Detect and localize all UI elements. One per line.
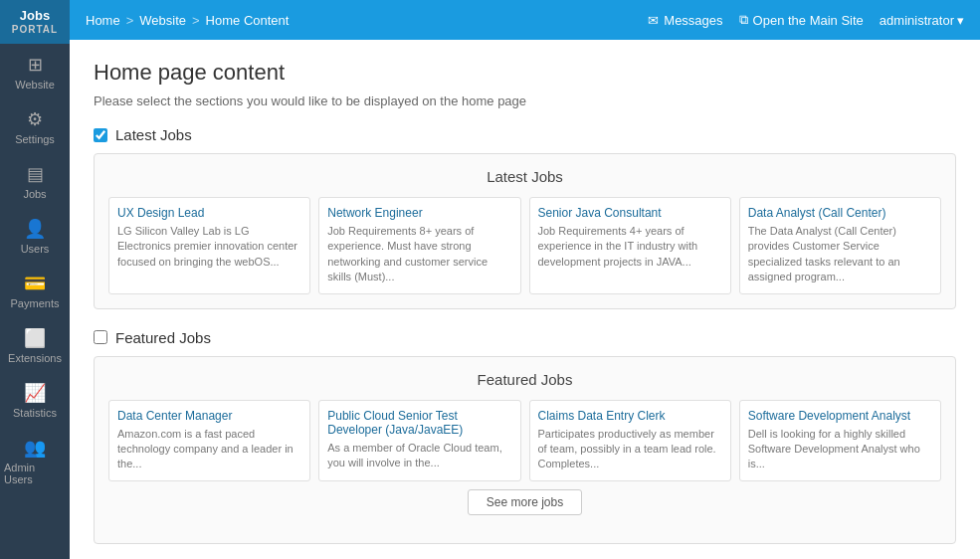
open-site-icon: ⧉ bbox=[739, 12, 748, 28]
messages-label: Messages bbox=[664, 13, 722, 28]
sidebar: Jobs PORTAL ⊞ Website ⚙ Settings ▤ Jobs … bbox=[0, 0, 70, 559]
open-site-link[interactable]: ⧉ Open the Main Site bbox=[739, 12, 864, 28]
messages-link[interactable]: ✉ Messages bbox=[648, 13, 722, 28]
payments-icon: 💳 bbox=[24, 273, 46, 294]
featured-jobs-checkbox[interactable] bbox=[94, 330, 107, 344]
admin-label: administrator bbox=[880, 13, 954, 28]
featured-job-title-4: Software Development Analyst bbox=[748, 409, 932, 423]
breadcrumb-website[interactable]: Website bbox=[139, 13, 186, 28]
sidebar-item-jobs[interactable]: ▤ Jobs bbox=[0, 153, 70, 208]
sidebar-item-admin-users[interactable]: 👥 Admin Users bbox=[0, 427, 70, 493]
chevron-down-icon: ▾ bbox=[957, 13, 964, 28]
featured-jobs-cards: Data Center Manager Amazon.com is a fast… bbox=[108, 400, 941, 481]
sidebar-item-website[interactable]: ⊞ Website bbox=[0, 44, 70, 98]
featured-jobs-label: Featured Jobs bbox=[115, 329, 211, 346]
featured-job-card-4: Software Development Analyst Dell is loo… bbox=[739, 400, 941, 481]
breadcrumb-sep2: > bbox=[192, 13, 200, 28]
job-card-2: Network Engineer Job Requirements 8+ yea… bbox=[318, 197, 520, 294]
featured-jobs-preview-title: Featured Jobs bbox=[108, 371, 941, 388]
sidebar-logo: Jobs PORTAL bbox=[0, 0, 70, 44]
sidebar-label-statistics: Statistics bbox=[13, 407, 57, 419]
latest-jobs-header: Latest Jobs bbox=[94, 126, 956, 143]
latest-jobs-preview-title: Latest Jobs bbox=[108, 168, 941, 185]
latest-jobs-cards: UX Design Lead LG Silicon Valley Lab is … bbox=[108, 197, 941, 294]
featured-job-title-3: Claims Data Entry Clerk bbox=[538, 409, 722, 423]
logo-jobs: Jobs bbox=[4, 8, 66, 24]
jobs-icon: ▤ bbox=[27, 163, 44, 185]
messages-icon: ✉ bbox=[648, 13, 659, 28]
featured-job-title-2: Public Cloud Senior Test Developer (Java… bbox=[327, 409, 511, 437]
featured-job-card-2: Public Cloud Senior Test Developer (Java… bbox=[318, 400, 520, 481]
settings-icon: ⚙ bbox=[27, 108, 43, 130]
sidebar-item-statistics[interactable]: 📈 Statistics bbox=[0, 372, 70, 427]
job-card-1: UX Design Lead LG Silicon Valley Lab is … bbox=[108, 197, 310, 294]
page-content: Home page content Please select the sect… bbox=[70, 40, 980, 559]
admin-users-icon: 👥 bbox=[24, 437, 46, 459]
latest-jobs-checkbox[interactable] bbox=[94, 128, 107, 142]
job-desc-2: Job Requirements 8+ years of experience.… bbox=[327, 224, 511, 285]
topbar: Home > Website > Home Content ✉ Messages… bbox=[70, 0, 980, 40]
job-desc-1: LG Silicon Valley Lab is LG Electronics … bbox=[117, 224, 301, 270]
job-card-4: Data Analyst (Call Center) The Data Anal… bbox=[739, 197, 941, 294]
sidebar-label-payments: Payments bbox=[11, 297, 60, 309]
see-more-wrap: See more jobs bbox=[108, 489, 941, 515]
sidebar-label-admin-users: Admin Users bbox=[4, 462, 66, 485]
logo-portal: PORTAL bbox=[4, 24, 66, 36]
website-icon: ⊞ bbox=[28, 54, 43, 76]
sidebar-label-users: Users bbox=[21, 243, 50, 255]
see-more-button[interactable]: See more jobs bbox=[468, 489, 582, 515]
featured-job-desc-3: Participates productively as member of t… bbox=[538, 427, 722, 472]
sidebar-label-jobs: Jobs bbox=[23, 188, 46, 200]
featured-job-card-1: Data Center Manager Amazon.com is a fast… bbox=[108, 400, 310, 481]
featured-job-title-1: Data Center Manager bbox=[117, 409, 301, 423]
sidebar-item-settings[interactable]: ⚙ Settings bbox=[0, 98, 70, 153]
job-title-3: Senior Java Consultant bbox=[538, 206, 722, 220]
sidebar-label-extensions: Extensions bbox=[8, 352, 62, 364]
sidebar-item-payments[interactable]: 💳 Payments bbox=[0, 263, 70, 317]
job-title-2: Network Engineer bbox=[327, 206, 511, 220]
breadcrumb: Home > Website > Home Content bbox=[86, 13, 648, 28]
extensions-icon: ⬜ bbox=[24, 327, 46, 349]
job-card-3: Senior Java Consultant Job Requirements … bbox=[529, 197, 731, 294]
admin-menu[interactable]: administrator ▾ bbox=[880, 13, 964, 28]
main-area: Home > Website > Home Content ✉ Messages… bbox=[70, 0, 980, 559]
featured-jobs-preview: Featured Jobs Data Center Manager Amazon… bbox=[94, 356, 956, 544]
featured-jobs-header: Featured Jobs bbox=[94, 329, 956, 346]
page-subtitle: Please select the sections you would lik… bbox=[94, 93, 956, 108]
latest-jobs-preview: Latest Jobs UX Design Lead LG Silicon Va… bbox=[94, 153, 956, 309]
job-title-4: Data Analyst (Call Center) bbox=[748, 206, 932, 220]
job-title-1: UX Design Lead bbox=[117, 206, 301, 220]
page-title: Home page content bbox=[94, 60, 956, 86]
breadcrumb-home[interactable]: Home bbox=[86, 13, 120, 28]
sidebar-label-website: Website bbox=[15, 79, 55, 91]
featured-job-desc-2: As a member of Oracle Cloud team, you wi… bbox=[327, 441, 511, 471]
job-desc-3: Job Requirements 4+ years of experience … bbox=[538, 224, 722, 270]
job-desc-4: The Data Analyst (Call Center) provides … bbox=[748, 224, 932, 285]
topbar-actions: ✉ Messages ⧉ Open the Main Site administ… bbox=[648, 12, 964, 28]
featured-job-desc-4: Dell is looking for a highly skilled Sof… bbox=[748, 427, 932, 472]
latest-jobs-label: Latest Jobs bbox=[115, 126, 192, 143]
featured-job-desc-1: Amazon.com is a fast paced technology co… bbox=[117, 427, 301, 472]
featured-job-card-3: Claims Data Entry Clerk Participates pro… bbox=[529, 400, 731, 481]
statistics-icon: 📈 bbox=[24, 382, 46, 404]
breadcrumb-home-content[interactable]: Home Content bbox=[206, 13, 290, 28]
open-site-label: Open the Main Site bbox=[753, 13, 864, 28]
users-icon: 👤 bbox=[24, 218, 46, 240]
breadcrumb-sep1: > bbox=[126, 13, 134, 28]
sidebar-item-extensions[interactable]: ⬜ Extensions bbox=[0, 317, 70, 372]
sidebar-item-users[interactable]: 👤 Users bbox=[0, 208, 70, 263]
sidebar-label-settings: Settings bbox=[15, 133, 55, 145]
